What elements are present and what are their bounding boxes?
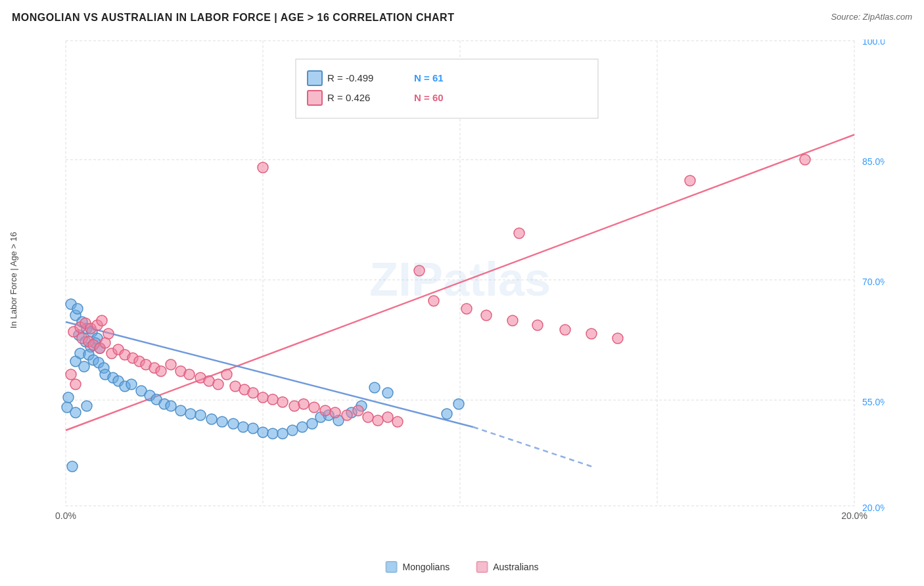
svg-text:0.0%: 0.0% xyxy=(55,510,76,520)
svg-point-115 xyxy=(258,392,268,403)
svg-point-119 xyxy=(298,399,309,409)
svg-point-135 xyxy=(414,265,425,276)
svg-point-142 xyxy=(586,328,597,339)
svg-point-64 xyxy=(267,428,278,439)
svg-point-81 xyxy=(297,422,308,432)
svg-point-123 xyxy=(342,410,352,420)
svg-point-84 xyxy=(453,399,464,409)
svg-point-83 xyxy=(442,409,452,419)
svg-point-66 xyxy=(72,304,83,314)
svg-point-76 xyxy=(67,461,78,472)
svg-point-124 xyxy=(353,405,363,416)
svg-point-57 xyxy=(195,410,206,420)
australians-label: Australians xyxy=(493,562,538,572)
svg-text:ZIPatlas: ZIPatlas xyxy=(369,253,551,305)
svg-point-118 xyxy=(289,401,300,411)
svg-point-137 xyxy=(461,304,472,314)
svg-point-67 xyxy=(63,392,74,403)
svg-point-133 xyxy=(800,154,810,165)
svg-point-56 xyxy=(185,409,196,419)
svg-point-131 xyxy=(258,162,268,173)
svg-text:70.0%: 70.0% xyxy=(862,277,885,287)
svg-point-139 xyxy=(507,315,518,326)
chart-title: MONGOLIAN VS AUSTRALIAN IN LABOR FORCE |… xyxy=(12,12,454,24)
mongolians-label: Mongolians xyxy=(403,562,450,572)
svg-point-77 xyxy=(369,382,380,393)
svg-point-143 xyxy=(612,333,623,344)
svg-point-96 xyxy=(100,338,110,348)
svg-point-134 xyxy=(514,228,524,238)
svg-text:100.0%: 100.0% xyxy=(862,39,885,47)
svg-text:R =  0.426: R = 0.426 xyxy=(327,92,370,103)
svg-point-79 xyxy=(277,428,288,439)
svg-point-130 xyxy=(70,379,81,390)
svg-point-105 xyxy=(166,359,176,370)
svg-text:20.0%: 20.0% xyxy=(841,510,867,520)
svg-point-70 xyxy=(70,407,81,418)
svg-rect-18 xyxy=(296,59,598,118)
svg-point-117 xyxy=(277,397,288,407)
svg-point-111 xyxy=(221,369,232,380)
svg-text:85.0%: 85.0% xyxy=(862,156,885,167)
svg-point-44 xyxy=(79,361,89,372)
source-label: Source: ZipAtlas.com xyxy=(831,12,912,22)
chart-legend: Mongolians Australians xyxy=(386,561,539,573)
svg-point-136 xyxy=(428,296,439,306)
svg-point-140 xyxy=(532,320,543,330)
svg-point-59 xyxy=(217,417,227,427)
svg-point-125 xyxy=(363,412,373,422)
svg-line-26 xyxy=(66,322,473,427)
svg-point-132 xyxy=(685,175,695,186)
svg-point-110 xyxy=(213,379,223,390)
svg-point-49 xyxy=(126,379,137,390)
svg-point-104 xyxy=(156,366,166,376)
svg-point-116 xyxy=(267,394,278,405)
svg-point-107 xyxy=(184,369,195,380)
svg-point-114 xyxy=(248,388,258,398)
svg-point-90 xyxy=(97,315,107,326)
svg-point-121 xyxy=(320,405,331,416)
svg-point-61 xyxy=(238,422,248,432)
svg-point-138 xyxy=(481,310,492,321)
svg-text:R = -0.499: R = -0.499 xyxy=(327,72,373,83)
legend-australians: Australians xyxy=(476,561,538,573)
svg-line-27 xyxy=(473,427,591,466)
svg-text:N = 60: N = 60 xyxy=(414,92,444,103)
svg-point-128 xyxy=(392,417,403,427)
svg-point-120 xyxy=(309,402,319,413)
svg-point-127 xyxy=(382,412,393,422)
svg-point-68 xyxy=(81,401,92,411)
svg-point-82 xyxy=(307,418,317,429)
y-axis-label: In Labor Force | Age > 16 xyxy=(9,232,18,328)
svg-text:55.0%: 55.0% xyxy=(862,397,885,407)
mongolian-color-box xyxy=(386,561,398,573)
chart-svg: 100.0% 85.0% 70.0% 55.0% 20.0% 0.0% 20.0… xyxy=(39,39,885,520)
svg-point-60 xyxy=(228,418,239,429)
svg-point-78 xyxy=(382,388,393,398)
svg-point-62 xyxy=(248,423,258,434)
svg-point-58 xyxy=(206,414,217,424)
svg-point-141 xyxy=(560,325,570,335)
legend-mongolians: Mongolians xyxy=(386,561,450,573)
svg-point-122 xyxy=(330,407,340,418)
svg-rect-22 xyxy=(308,91,322,105)
svg-point-55 xyxy=(175,405,186,416)
svg-text:N =  61: N = 61 xyxy=(414,72,444,83)
chart-container: MONGOLIAN VS AUSTRALIAN IN LABOR FORCE |… xyxy=(0,0,924,586)
australian-color-box xyxy=(476,561,488,573)
svg-point-63 xyxy=(258,427,268,438)
svg-point-126 xyxy=(373,415,383,426)
svg-point-80 xyxy=(287,425,298,436)
svg-point-129 xyxy=(66,369,76,380)
svg-point-54 xyxy=(166,401,176,411)
svg-rect-19 xyxy=(308,71,322,85)
